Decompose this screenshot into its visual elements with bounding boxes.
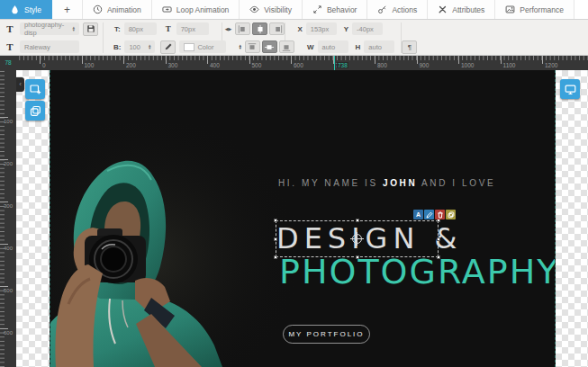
headline-prefix: HI. MY NAME IS bbox=[278, 178, 383, 188]
delete-icon[interactable] bbox=[435, 210, 445, 219]
height-field[interactable]: auto bbox=[364, 40, 394, 53]
disk-icon bbox=[86, 24, 95, 33]
tab-attributes[interactable]: Attributes bbox=[428, 0, 495, 19]
collapse-panel-icon[interactable]: ‹ bbox=[16, 77, 24, 92]
caret-updown-icon: ▴▾ bbox=[149, 44, 151, 50]
selection-handle[interactable] bbox=[437, 237, 440, 241]
color-field[interactable]: Color bbox=[179, 40, 226, 53]
edit-icon[interactable] bbox=[424, 210, 434, 219]
align-center-icon bbox=[254, 24, 267, 34]
ruler-tick-label: 300 bbox=[168, 62, 178, 68]
headline-name: JOHN bbox=[383, 178, 417, 188]
font-style-select[interactable]: photography-disp ▴▾ bbox=[20, 22, 79, 35]
duplicate-slide-button[interactable] bbox=[25, 101, 45, 121]
ruler-major-tick bbox=[417, 56, 418, 64]
font-family-icon: T bbox=[5, 41, 14, 52]
selection-handle[interactable] bbox=[274, 219, 277, 222]
ruler-tick-label: 200 bbox=[126, 62, 136, 68]
color-picker-button[interactable] bbox=[160, 40, 176, 54]
ruler-major-tick bbox=[0, 201, 8, 202]
width-field[interactable]: auto bbox=[318, 40, 348, 53]
tab-label: Visibility bbox=[264, 5, 292, 14]
offstage-right bbox=[556, 70, 588, 367]
y-position-label: Y bbox=[344, 25, 348, 33]
tab-behavior[interactable]: Behavior bbox=[303, 0, 368, 19]
align-right-icon bbox=[271, 24, 284, 34]
x-position-field[interactable]: 153px bbox=[306, 22, 337, 35]
font-icon[interactable]: A bbox=[413, 210, 423, 219]
tab-label: Behavior bbox=[327, 5, 357, 14]
line-height-field[interactable]: 70px bbox=[176, 22, 209, 35]
ruler-major-tick bbox=[501, 56, 502, 64]
selection-handle[interactable] bbox=[356, 219, 359, 222]
selection-handle[interactable] bbox=[274, 255, 277, 259]
display-line2[interactable]: PHOTOGRAPHY bbox=[279, 252, 556, 291]
align-right-button[interactable] bbox=[269, 22, 285, 35]
tab-visibility[interactable]: Visibility bbox=[240, 0, 303, 19]
font-icon-glyph: A bbox=[416, 211, 421, 218]
slide-canvas[interactable]: HI. MY NAME IS JOHN AND I LOVE DESIGN & … bbox=[50, 70, 556, 367]
tab-add[interactable]: + bbox=[52, 0, 83, 19]
pencil-icon bbox=[164, 42, 173, 51]
duplicate-icon[interactable] bbox=[446, 210, 456, 219]
ruler-major-tick bbox=[0, 117, 8, 118]
align-center-button[interactable] bbox=[252, 22, 267, 35]
y-position-value: -40px bbox=[357, 25, 374, 33]
ruler-major-tick bbox=[207, 56, 208, 64]
headline-text[interactable]: HI. MY NAME IS JOHN AND I LOVE bbox=[278, 178, 469, 188]
ruler-major-tick bbox=[40, 56, 41, 64]
font-family-input[interactable] bbox=[24, 43, 75, 51]
ruler-tick-label: 600 bbox=[294, 62, 303, 68]
align-bottom-icon bbox=[280, 42, 293, 52]
slide-editor-app: Style + Animation Loop Animation Visibil… bbox=[0, 0, 588, 367]
paragraph-settings-button[interactable]: ¶ bbox=[402, 40, 417, 54]
selection-handle[interactable] bbox=[274, 237, 277, 241]
tab-style[interactable]: Style bbox=[0, 0, 52, 19]
add-layer-button[interactable] bbox=[25, 79, 45, 99]
monitor-icon bbox=[565, 84, 576, 95]
key-icon bbox=[377, 4, 387, 14]
photographer-photo[interactable] bbox=[50, 124, 298, 367]
x-position-value: 153px bbox=[311, 25, 329, 33]
align-top-button[interactable] bbox=[245, 40, 260, 53]
tab-actions[interactable]: Actions bbox=[367, 0, 428, 19]
y-position-field[interactable]: -40px bbox=[352, 22, 383, 35]
caret-updown-icon: ▴▾ bbox=[72, 26, 75, 32]
ruler-major-tick bbox=[291, 56, 292, 64]
font-size-field[interactable]: 80px bbox=[124, 22, 157, 35]
ruler-tick-label: 400 bbox=[210, 62, 220, 68]
anchor-point-icon[interactable] bbox=[352, 234, 362, 244]
align-bottom-button[interactable] bbox=[279, 40, 294, 53]
ruler-major-tick bbox=[0, 244, 8, 245]
ruler-major-tick bbox=[166, 56, 167, 64]
color-swatch[interactable] bbox=[184, 43, 194, 51]
font-weight-value: 100 bbox=[129, 43, 140, 51]
font-family-field[interactable] bbox=[20, 40, 79, 53]
align-middle-button[interactable] bbox=[262, 40, 277, 53]
expand-icon bbox=[312, 4, 322, 14]
align-left-button[interactable] bbox=[235, 22, 250, 35]
desktop-preview-button[interactable] bbox=[560, 79, 580, 99]
ruler-cursor-value: 738 bbox=[337, 62, 348, 68]
ruler-major-tick bbox=[249, 56, 250, 64]
font-weight-select[interactable]: 100 ▴▾ bbox=[124, 40, 155, 53]
ruler-major-tick bbox=[0, 159, 8, 160]
tab-bar: Style + Animation Loop Animation Visibil… bbox=[0, 0, 588, 20]
portfolio-button[interactable]: MY PORTFOLIO bbox=[283, 325, 370, 344]
ruler-tick-label: 500 bbox=[4, 288, 13, 293]
toolbar-row-2: T B: 100 ▴▾ Color ▴▾ bbox=[0, 38, 588, 56]
tab-animation[interactable]: Animation bbox=[83, 0, 152, 19]
image-icon bbox=[505, 4, 515, 14]
tab-performance[interactable]: Performance bbox=[495, 0, 574, 19]
save-style-button[interactable] bbox=[83, 22, 98, 36]
ruler-tick-label: 1000 bbox=[461, 62, 474, 68]
horizontal-ruler[interactable]: 0100200300400500600700800900100011001200 bbox=[16, 56, 588, 70]
align-top-icon bbox=[246, 42, 258, 52]
vertical-ruler[interactable]: 100200300400500600 bbox=[0, 70, 16, 367]
ruler-major-tick bbox=[123, 56, 124, 64]
duplicate-icon bbox=[30, 105, 41, 117]
tab-label: Style bbox=[24, 5, 41, 14]
tab-loop-animation[interactable]: Loop Animation bbox=[152, 0, 240, 19]
width-label: W bbox=[307, 43, 314, 51]
tab-label: Animation bbox=[107, 5, 141, 14]
